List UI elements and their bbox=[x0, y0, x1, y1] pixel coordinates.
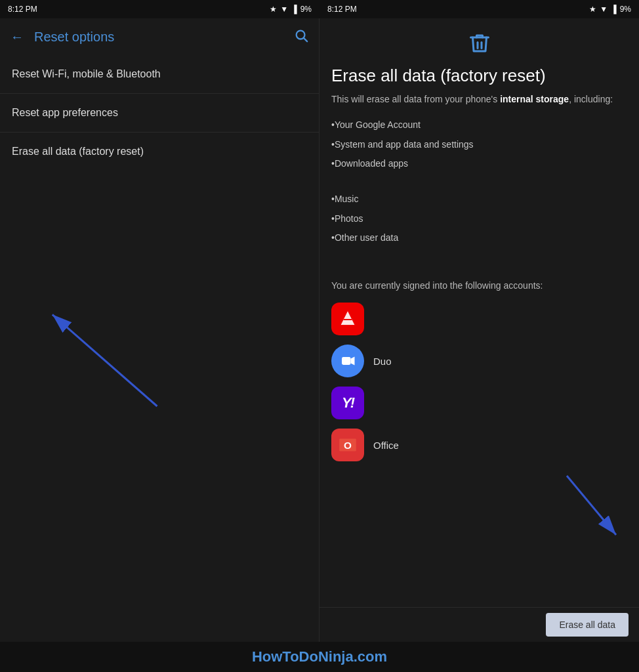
app-row-office: O Office bbox=[331, 429, 627, 461]
right-battery: 9% bbox=[620, 5, 631, 14]
erase-title: Erase all data (factory reset) bbox=[331, 66, 627, 86]
app-row-yahoo: Y! bbox=[331, 387, 627, 419]
left-battery: 9% bbox=[300, 5, 312, 14]
svg-marker-4 bbox=[340, 311, 355, 326]
svg-rect-6 bbox=[344, 319, 352, 320]
svg-rect-8 bbox=[342, 357, 351, 365]
search-button[interactable] bbox=[294, 28, 308, 46]
bullet-other-data: •Other user data bbox=[331, 228, 627, 248]
signal-icon: ▐ bbox=[291, 5, 297, 14]
duo-icon bbox=[331, 345, 364, 377]
office-icon: O bbox=[331, 429, 364, 461]
left-status-time: 8:12 PM bbox=[8, 5, 37, 14]
bullet-photos: •Photos bbox=[331, 209, 627, 229]
menu-item-factory-reset[interactable]: Erase all data (factory reset) bbox=[0, 133, 319, 171]
right-status-time: 8:12 PM bbox=[327, 5, 357, 14]
bullet-list-media: •Music •Photos •Other user data bbox=[331, 190, 627, 248]
back-button[interactable]: ← bbox=[10, 30, 24, 45]
bottom-bar: Erase all data bbox=[320, 607, 639, 642]
bullet-music: •Music bbox=[331, 190, 627, 209]
right-bluetooth-icon: ★ bbox=[589, 5, 596, 14]
duo-label: Duo bbox=[373, 356, 392, 367]
bluetooth-icon: ★ bbox=[270, 5, 277, 14]
erase-description: This will erase all data from your phone… bbox=[331, 93, 627, 106]
wifi-icon: ▼ bbox=[280, 5, 288, 14]
svg-text:O: O bbox=[344, 440, 352, 451]
svg-line-13 bbox=[567, 476, 616, 535]
svg-line-1 bbox=[304, 38, 307, 41]
svg-line-3 bbox=[52, 314, 157, 406]
toolbar-title: Reset options bbox=[34, 30, 283, 45]
menu-item-wifi[interactable]: Reset Wi-Fi, mobile & Bluetooth bbox=[0, 55, 319, 94]
app-row-adobe bbox=[331, 303, 627, 335]
app-row-duo: Duo bbox=[331, 345, 627, 377]
trash-icon bbox=[331, 32, 627, 58]
yahoo-icon: Y! bbox=[331, 387, 364, 419]
website-label: HowToDoNinja.com bbox=[0, 642, 639, 672]
bullet-system-data: •System and app data and settings bbox=[331, 135, 627, 155]
accounts-label: You are currently signed into the follow… bbox=[331, 280, 627, 293]
office-label: Office bbox=[373, 440, 399, 451]
menu-list: Reset Wi-Fi, mobile & Bluetooth Reset ap… bbox=[0, 55, 319, 171]
bullet-google-account: •Your Google Account bbox=[331, 116, 627, 135]
erase-all-button[interactable]: Erase all data bbox=[546, 613, 629, 637]
bullet-downloaded-apps: •Downloaded apps bbox=[331, 154, 627, 174]
right-signal-icon: ▐ bbox=[611, 5, 617, 14]
right-wifi-icon: ▼ bbox=[600, 5, 608, 14]
bullet-list: •Your Google Account •System and app dat… bbox=[331, 116, 627, 174]
adobe-icon bbox=[331, 303, 364, 335]
menu-item-app-prefs[interactable]: Reset app preferences bbox=[0, 94, 319, 133]
